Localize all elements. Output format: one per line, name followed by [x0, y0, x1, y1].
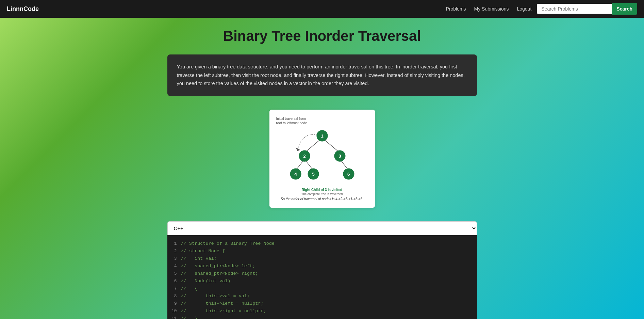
line-number: 7: [167, 286, 181, 291]
line-number: 11: [167, 316, 181, 319]
line-number: 3: [167, 256, 181, 261]
code-line: 7// {: [167, 286, 477, 293]
code-line: 1// Structure of a Binary Tree Node: [167, 241, 477, 248]
nav-logout[interactable]: Logout: [517, 6, 531, 12]
svg-text:5: 5: [312, 172, 315, 177]
nav-my-submissions[interactable]: My Submissions: [474, 6, 509, 12]
traversal-note: The complete tree is traversed: [276, 192, 368, 196]
search-button[interactable]: Search: [612, 3, 637, 15]
line-content[interactable]: // this->val = val;: [181, 293, 477, 299]
line-content[interactable]: // }: [181, 316, 477, 319]
search-input[interactable]: [537, 4, 612, 14]
line-number: 8: [167, 293, 181, 299]
tree-svg: 1 2 3 4 5 6: [276, 128, 368, 185]
line-content[interactable]: // Structure of a Binary Tree Node: [181, 241, 477, 246]
page-title: Binary Tree Inorder Traversal: [167, 28, 477, 44]
line-content[interactable]: // Node(int val): [181, 278, 477, 284]
language-select-wrapper: C++ Java Python: [167, 221, 477, 235]
line-content[interactable]: // struct Node {: [181, 249, 477, 254]
navbar: LinnnCode Problems My Submissions Logout…: [0, 0, 644, 18]
line-content[interactable]: // shared_ptr<Node> right;: [181, 271, 477, 276]
code-line: 4// shared_ptr<Node> left;: [167, 263, 477, 271]
code-editor: 1// Structure of a Binary Tree Node2// s…: [167, 235, 477, 319]
svg-text:2: 2: [303, 154, 306, 159]
tree-diagram: Initial traversal fromroot to leftmost n…: [269, 110, 375, 208]
svg-text:4: 4: [294, 172, 297, 177]
line-content[interactable]: // this->right = nullptr;: [181, 308, 477, 314]
code-line: 10// this->right = nullptr;: [167, 308, 477, 316]
line-number: 9: [167, 301, 181, 306]
line-number: 5: [167, 271, 181, 276]
code-line: 11// }: [167, 316, 477, 319]
code-line: 3// int val;: [167, 256, 477, 263]
tree-caption-bottom: Right Child of 3 is visited: [276, 188, 368, 192]
language-select[interactable]: C++ Java Python: [167, 221, 477, 235]
line-content[interactable]: // shared_ptr<Node> left;: [181, 264, 477, 269]
code-line: 8// this->val = val;: [167, 293, 477, 301]
code-line: 2// struct Node {: [167, 248, 477, 256]
svg-text:3: 3: [338, 154, 341, 159]
tree-order-text: So the order of traversal of nodes is 4-…: [276, 197, 368, 201]
search-container: Search: [537, 3, 637, 15]
line-content[interactable]: // int val;: [181, 256, 477, 261]
line-content[interactable]: // this->left = nullptr;: [181, 301, 477, 306]
tree-caption-top: Initial traversal fromroot to leftmost n…: [276, 116, 368, 125]
code-line: 6// Node(int val): [167, 278, 477, 286]
line-number: 2: [167, 249, 181, 254]
problem-description: You are given a binary tree data structu…: [167, 54, 477, 96]
svg-text:1: 1: [321, 133, 324, 139]
line-number: 10: [167, 308, 181, 314]
svg-text:6: 6: [347, 172, 350, 177]
line-number: 4: [167, 264, 181, 269]
tree-diagram-container: Initial traversal fromroot to leftmost n…: [167, 110, 477, 208]
brand-logo: LinnnCode: [7, 5, 39, 13]
line-number: 6: [167, 278, 181, 284]
code-line: 5// shared_ptr<Node> right;: [167, 271, 477, 278]
code-line: 9// this->left = nullptr;: [167, 301, 477, 308]
nav-links: Problems My Submissions Logout: [446, 6, 531, 12]
line-number: 1: [167, 241, 181, 246]
main-content: Binary Tree Inorder Traversal You are gi…: [161, 18, 484, 319]
nav-problems[interactable]: Problems: [446, 6, 466, 12]
line-content[interactable]: // {: [181, 286, 477, 291]
